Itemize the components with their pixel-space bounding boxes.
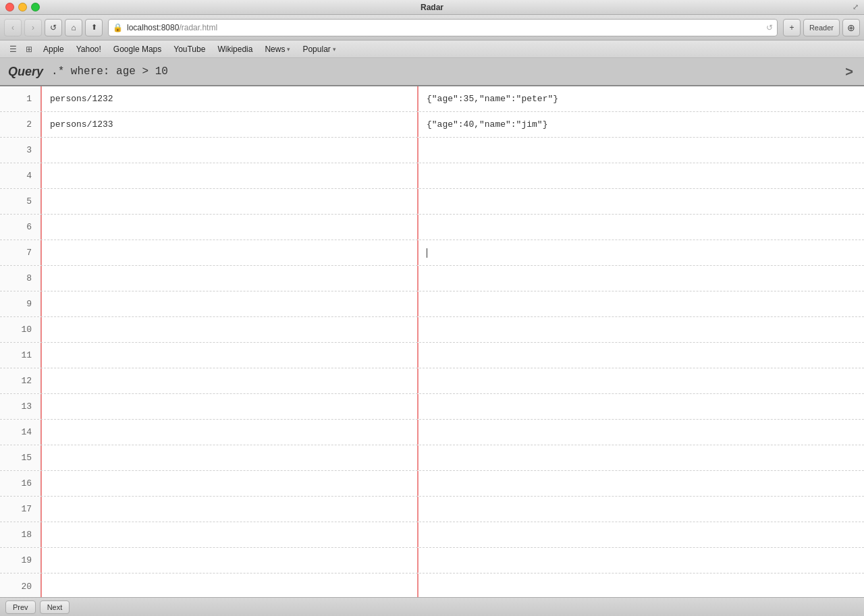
results-table[interactable]: 1persons/1232{"age":35,"name":"peter"}2p… — [0, 86, 864, 597]
forward-button[interactable]: › — [24, 19, 42, 36]
maximize-button[interactable] — [31, 3, 40, 11]
row-key[interactable] — [40, 420, 418, 445]
popular-dropdown-arrow: ▾ — [333, 46, 336, 53]
query-input[interactable] — [51, 65, 834, 78]
row-value[interactable] — [418, 189, 864, 214]
extensions-icon: ⊕ — [847, 22, 855, 33]
row-key[interactable] — [40, 497, 418, 522]
bookmark-popular-label: Popular — [302, 45, 330, 54]
row-value[interactable]: {"age":35,"name":"peter"} — [418, 86, 864, 111]
url-path: /radar.html — [179, 23, 217, 32]
row-key[interactable] — [40, 471, 418, 496]
window-resize-control[interactable]: ⤢ — [853, 3, 859, 11]
prev-button[interactable]: Prev — [5, 600, 36, 614]
row-key[interactable] — [40, 215, 418, 240]
row-number: 6 — [0, 215, 40, 240]
row-value[interactable] — [418, 240, 864, 265]
row-key[interactable]: persons/1232 — [40, 86, 418, 111]
back-button[interactable]: ‹ — [4, 19, 22, 36]
reload-icon: ↺ — [50, 23, 57, 32]
query-go-button[interactable]: > — [842, 64, 856, 80]
bookmarks-bar: ☰ ⊞ Apple Yahoo! Google Maps YouTube Wik… — [0, 40, 864, 58]
close-button[interactable] — [5, 3, 14, 11]
reload-button[interactable]: ↺ — [45, 19, 62, 36]
bookmark-google-maps-label: Google Maps — [113, 45, 161, 54]
row-value[interactable] — [418, 163, 864, 188]
share-icon: ⬆ — [91, 23, 97, 32]
address-bar[interactable]: 🔒 localhost:8080/radar.html ↺ — [108, 19, 778, 36]
row-value[interactable] — [418, 215, 864, 240]
row-number: 15 — [0, 445, 40, 470]
lock-icon: 🔒 — [113, 23, 123, 32]
row-key[interactable] — [40, 522, 418, 547]
text-cursor — [427, 248, 427, 258]
query-input-wrap[interactable] — [51, 65, 834, 78]
row-value[interactable] — [418, 317, 864, 342]
bookmarks-list-icon[interactable]: ☰ — [5, 43, 20, 56]
row-number: 11 — [0, 343, 40, 368]
table-row: 13 — [0, 394, 864, 420]
row-value[interactable] — [418, 420, 864, 445]
row-value[interactable] — [418, 368, 864, 393]
row-number: 7 — [0, 240, 40, 265]
minimize-button[interactable] — [18, 3, 27, 11]
row-key[interactable] — [40, 394, 418, 419]
add-icon: + — [789, 23, 794, 32]
query-bar: Query > — [0, 58, 864, 86]
row-value[interactable] — [418, 343, 864, 368]
row-key[interactable] — [40, 445, 418, 470]
extensions-button[interactable]: ⊕ — [842, 19, 860, 36]
row-value[interactable] — [418, 522, 864, 547]
refresh-icon: ↺ — [766, 23, 773, 32]
bookmarks-grid-icon[interactable]: ⊞ — [22, 43, 36, 56]
add-tab-button[interactable]: + — [783, 19, 801, 36]
bookmark-yahoo[interactable]: Yahoo! — [71, 43, 107, 56]
next-button[interactable]: Next — [40, 600, 70, 614]
row-number: 19 — [0, 548, 40, 573]
row-key[interactable] — [40, 138, 418, 163]
row-value[interactable] — [418, 573, 864, 597]
bookmark-yahoo-label: Yahoo! — [76, 45, 101, 54]
row-value[interactable] — [418, 291, 864, 316]
row-key[interactable] — [40, 291, 418, 316]
row-value[interactable] — [418, 138, 864, 163]
bookmark-youtube[interactable]: YouTube — [168, 43, 211, 56]
home-button[interactable]: ⌂ — [65, 19, 82, 36]
bookmark-popular[interactable]: Popular ▾ — [297, 43, 341, 56]
table-row: 1persons/1232{"age":35,"name":"peter"} — [0, 86, 864, 112]
share-button[interactable]: ⬆ — [85, 19, 103, 36]
row-value[interactable] — [418, 471, 864, 496]
row-key[interactable] — [40, 573, 418, 597]
bookmark-news[interactable]: News ▾ — [259, 43, 296, 56]
row-key[interactable] — [40, 163, 418, 188]
row-key[interactable] — [40, 317, 418, 342]
row-key[interactable] — [40, 343, 418, 368]
table-row: 5 — [0, 189, 864, 215]
row-number: 13 — [0, 394, 40, 419]
table-row: 9 — [0, 291, 864, 317]
bookmark-wikipedia[interactable]: Wikipedia — [212, 43, 258, 56]
bookmark-apple[interactable]: Apple — [38, 43, 70, 56]
bookmark-apple-label: Apple — [43, 45, 64, 54]
row-key[interactable] — [40, 548, 418, 573]
row-number: 2 — [0, 112, 40, 137]
table-row: 11 — [0, 343, 864, 368]
row-key[interactable] — [40, 189, 418, 214]
row-value[interactable] — [418, 445, 864, 470]
table-row: 8 — [0, 266, 864, 291]
reader-button[interactable]: Reader — [803, 19, 840, 36]
toolbar: ‹ › ↺ ⌂ ⬆ 🔒 localhost:8080/radar.html ↺ … — [0, 15, 864, 40]
row-key[interactable]: persons/1233 — [40, 112, 418, 137]
row-key[interactable] — [40, 240, 418, 265]
row-value[interactable]: {"age":40,"name":"jim"} — [418, 112, 864, 137]
row-value[interactable] — [418, 497, 864, 522]
row-key[interactable] — [40, 266, 418, 291]
row-value[interactable] — [418, 394, 864, 419]
row-key[interactable] — [40, 368, 418, 393]
row-value[interactable] — [418, 266, 864, 291]
window-controls[interactable] — [5, 3, 40, 11]
table-row: 4 — [0, 163, 864, 189]
row-number: 1 — [0, 86, 40, 111]
bookmark-google-maps[interactable]: Google Maps — [108, 43, 167, 56]
row-value[interactable] — [418, 548, 864, 573]
